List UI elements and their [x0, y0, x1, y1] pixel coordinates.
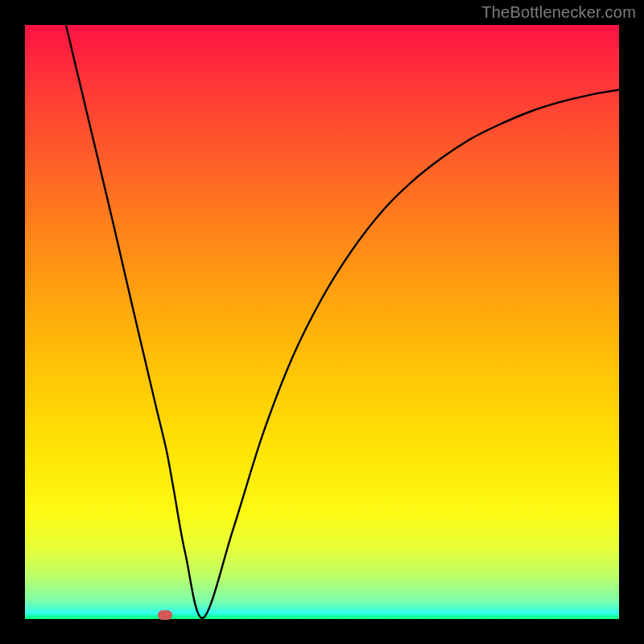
plot-area: [25, 25, 619, 619]
attribution-text: TheBottlenecker.com: [481, 3, 636, 22]
optimum-marker: [158, 610, 172, 620]
chart-stage: TheBottlenecker.com: [0, 0, 644, 644]
